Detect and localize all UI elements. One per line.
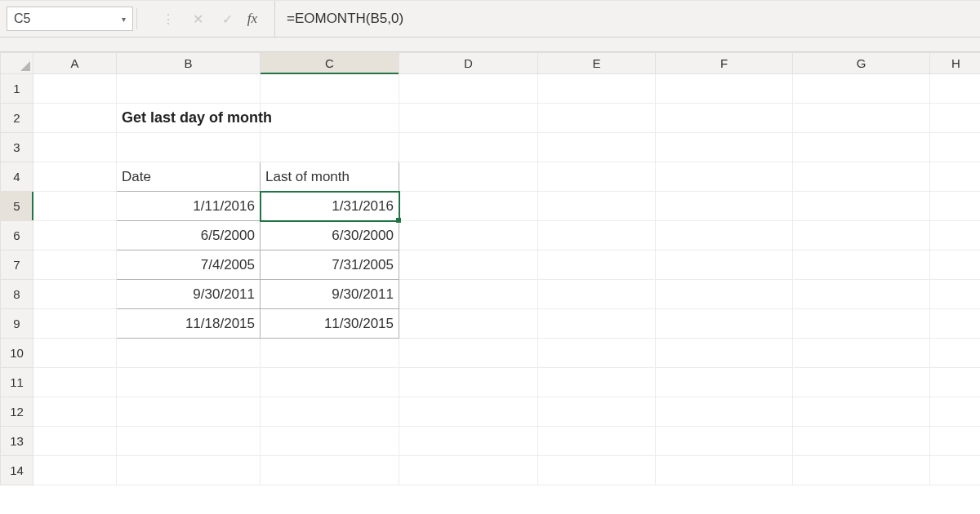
cell-B7[interactable]: 7/4/2005 [117, 250, 261, 280]
cell-B14[interactable] [117, 456, 261, 485]
cell-H11[interactable] [930, 368, 981, 397]
cell-B1[interactable] [117, 74, 261, 104]
cell-F11[interactable] [656, 368, 793, 397]
row-header-6[interactable]: 6 [1, 221, 33, 250]
cell-F4[interactable] [656, 162, 793, 192]
cell-E1[interactable] [538, 74, 656, 104]
select-all-corner[interactable] [1, 53, 33, 74]
cell-G10[interactable] [793, 339, 930, 368]
cell-G14[interactable] [793, 456, 930, 485]
cell-A12[interactable] [33, 397, 117, 427]
row-header-11[interactable]: 11 [1, 368, 33, 397]
column-header-C[interactable]: C [261, 53, 399, 74]
cell-G9[interactable] [793, 309, 930, 339]
cell-H1[interactable] [930, 74, 981, 104]
cell-F6[interactable] [656, 221, 793, 250]
cell-H13[interactable] [930, 427, 981, 456]
cell-B4[interactable]: Date [117, 162, 261, 192]
cell-A13[interactable] [33, 427, 117, 456]
cell-H3[interactable] [930, 133, 981, 162]
cell-G1[interactable] [793, 74, 930, 104]
cell-C9[interactable]: 11/30/2015 [261, 309, 399, 339]
cell-H5[interactable] [930, 192, 981, 221]
cell-F2[interactable] [656, 104, 793, 133]
cell-D8[interactable] [399, 280, 538, 309]
cell-H10[interactable] [930, 339, 981, 368]
column-header-H[interactable]: H [930, 53, 981, 74]
cell-H4[interactable] [930, 162, 981, 192]
cell-E7[interactable] [538, 250, 656, 280]
cell-F9[interactable] [656, 309, 793, 339]
name-box-dropdown-icon[interactable]: ▾ [122, 15, 126, 24]
cell-C1[interactable] [261, 74, 399, 104]
cell-D9[interactable] [399, 309, 538, 339]
cell-F10[interactable] [656, 339, 793, 368]
column-header-A[interactable]: A [33, 53, 117, 74]
row-header-2[interactable]: 2 [1, 104, 33, 133]
cell-E10[interactable] [538, 339, 656, 368]
cell-C7[interactable]: 7/31/2005 [261, 250, 399, 280]
cell-D4[interactable] [399, 162, 538, 192]
cell-C6[interactable]: 6/30/2000 [261, 221, 399, 250]
cell-A3[interactable] [33, 133, 117, 162]
cell-G6[interactable] [793, 221, 930, 250]
formula-input[interactable] [282, 7, 980, 30]
row-header-9[interactable]: 9 [1, 309, 33, 339]
cell-B2[interactable]: Get last day of month [117, 104, 261, 133]
cell-E13[interactable] [538, 427, 656, 456]
cell-A10[interactable] [33, 339, 117, 368]
cell-C13[interactable] [261, 427, 399, 456]
cell-C12[interactable] [261, 397, 399, 427]
cell-E5[interactable] [538, 192, 656, 221]
cell-H12[interactable] [930, 397, 981, 427]
cell-D3[interactable] [399, 133, 538, 162]
cell-A11[interactable] [33, 368, 117, 397]
cell-A2[interactable] [33, 104, 117, 133]
cell-D10[interactable] [399, 339, 538, 368]
cell-G7[interactable] [793, 250, 930, 280]
cell-E11[interactable] [538, 368, 656, 397]
cell-F5[interactable] [656, 192, 793, 221]
column-header-B[interactable]: B [117, 53, 261, 74]
cell-D1[interactable] [399, 74, 538, 104]
cell-G2[interactable] [793, 104, 930, 133]
cell-D12[interactable] [399, 397, 538, 427]
column-header-D[interactable]: D [399, 53, 538, 74]
cell-E4[interactable] [538, 162, 656, 192]
cell-A5[interactable] [33, 192, 117, 221]
cell-C11[interactable] [261, 368, 399, 397]
cell-C10[interactable] [261, 339, 399, 368]
row-header-14[interactable]: 14 [1, 456, 33, 485]
cell-C8[interactable]: 9/30/2011 [261, 280, 399, 309]
row-header-8[interactable]: 8 [1, 280, 33, 309]
cell-F13[interactable] [656, 427, 793, 456]
row-header-13[interactable]: 13 [1, 427, 33, 456]
column-header-G[interactable]: G [793, 53, 930, 74]
cell-B8[interactable]: 9/30/2011 [117, 280, 261, 309]
cell-H14[interactable] [930, 456, 981, 485]
cell-D11[interactable] [399, 368, 538, 397]
cell-B9[interactable]: 11/18/2015 [117, 309, 261, 339]
cell-H2[interactable] [930, 104, 981, 133]
row-header-7[interactable]: 7 [1, 250, 33, 280]
row-header-12[interactable]: 12 [1, 397, 33, 427]
name-box[interactable]: C5 ▾ [7, 7, 133, 31]
cell-F1[interactable] [656, 74, 793, 104]
cell-A9[interactable] [33, 309, 117, 339]
cell-A6[interactable] [33, 221, 117, 250]
cell-F7[interactable] [656, 250, 793, 280]
cell-C4[interactable]: Last of month [261, 162, 399, 192]
cell-G4[interactable] [793, 162, 930, 192]
spreadsheet-grid[interactable]: A B C D E F G H 1 2 Get last day of mont… [0, 52, 980, 485]
cell-G3[interactable] [793, 133, 930, 162]
cell-G13[interactable] [793, 427, 930, 456]
cell-B3[interactable] [117, 133, 261, 162]
cell-F12[interactable] [656, 397, 793, 427]
row-header-10[interactable]: 10 [1, 339, 33, 368]
cell-G8[interactable] [793, 280, 930, 309]
cell-G11[interactable] [793, 368, 930, 397]
cell-E12[interactable] [538, 397, 656, 427]
cell-G12[interactable] [793, 397, 930, 427]
row-header-3[interactable]: 3 [1, 133, 33, 162]
row-header-5[interactable]: 5 [1, 192, 33, 221]
